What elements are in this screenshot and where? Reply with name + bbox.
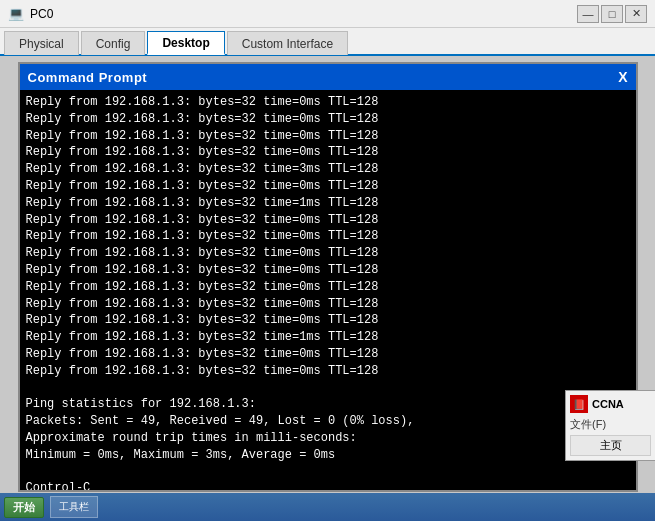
reply-line: Reply from 192.168.1.3: bytes=32 time=1m… — [26, 195, 630, 212]
reply-line: Reply from 192.168.1.3: bytes=32 time=0m… — [26, 312, 630, 329]
window-title: PC0 — [30, 7, 577, 21]
ccna-icon: 📕 — [570, 395, 588, 413]
reply-line: Reply from 192.168.1.3: bytes=32 time=0m… — [26, 346, 630, 363]
start-button[interactable]: 开始 — [4, 497, 44, 518]
side-panel-main-button[interactable]: 主页 — [570, 435, 651, 456]
minimize-button[interactable]: — — [577, 5, 599, 23]
approx-line: Approximate round trip times in milli-se… — [26, 430, 630, 447]
reply-line: Reply from 192.168.1.3: bytes=32 time=0m… — [26, 178, 630, 195]
cmd-title-bar: Command Prompt X — [20, 64, 636, 90]
reply-line: Reply from 192.168.1.3: bytes=32 time=3m… — [26, 161, 630, 178]
reply-line: Reply from 192.168.1.3: bytes=32 time=0m… — [26, 363, 630, 380]
packets-line: Packets: Sent = 49, Received = 49, Lost … — [26, 413, 630, 430]
command-prompt-window: Command Prompt X Reply from 192.168.1.3:… — [18, 62, 638, 492]
window-icon: 💻 — [8, 6, 24, 22]
cmd-close-button[interactable]: X — [618, 69, 627, 85]
side-panel-header: 📕 CCNA — [570, 395, 651, 413]
tab-desktop[interactable]: Desktop — [147, 31, 224, 55]
maximize-button[interactable]: □ — [601, 5, 623, 23]
control-c-line: Control-C — [26, 480, 630, 490]
reply-line: Reply from 192.168.1.3: bytes=32 time=0m… — [26, 228, 630, 245]
taskbar-item[interactable]: 工具栏 — [50, 496, 98, 518]
reply-line: Reply from 192.168.1.3: bytes=32 time=0m… — [26, 245, 630, 262]
ping-stats-header: Ping statistics for 192.168.1.3: — [26, 396, 630, 413]
reply-line: Reply from 192.168.1.3: bytes=32 time=0m… — [26, 279, 630, 296]
tab-config[interactable]: Config — [81, 31, 146, 55]
close-window-button[interactable]: ✕ — [625, 5, 647, 23]
reply-line: Reply from 192.168.1.3: bytes=32 time=0m… — [26, 144, 630, 161]
reply-line: Reply from 192.168.1.3: bytes=32 time=0m… — [26, 94, 630, 111]
tab-bar: Physical Config Desktop Custom Interface — [0, 28, 655, 56]
minmax-line: Minimum = 0ms, Maximum = 3ms, Average = … — [26, 447, 630, 464]
main-content: Command Prompt X Reply from 192.168.1.3:… — [0, 56, 655, 521]
reply-line: Reply from 192.168.1.3: bytes=32 time=0m… — [26, 212, 630, 229]
ccna-label: CCNA — [592, 398, 624, 410]
cmd-title-text: Command Prompt — [28, 70, 148, 85]
reply-line: Reply from 192.168.1.3: bytes=32 time=0m… — [26, 128, 630, 145]
tab-custom-interface[interactable]: Custom Interface — [227, 31, 348, 55]
window-controls: — □ ✕ — [577, 5, 647, 23]
tab-physical[interactable]: Physical — [4, 31, 79, 55]
reply-line: Reply from 192.168.1.3: bytes=32 time=1m… — [26, 329, 630, 346]
side-panel: 📕 CCNA 文件(F) 主页 — [565, 390, 655, 461]
side-panel-file-menu[interactable]: 文件(F) — [570, 417, 651, 432]
reply-line: Reply from 192.168.1.3: bytes=32 time=0m… — [26, 262, 630, 279]
reply-line: Reply from 192.168.1.3: bytes=32 time=0m… — [26, 111, 630, 128]
cmd-body[interactable]: Reply from 192.168.1.3: bytes=32 time=0m… — [20, 90, 636, 490]
reply-line: Reply from 192.168.1.3: bytes=32 time=0m… — [26, 296, 630, 313]
taskbar: 开始 工具栏 — [0, 493, 655, 521]
title-bar: 💻 PC0 — □ ✕ — [0, 0, 655, 28]
